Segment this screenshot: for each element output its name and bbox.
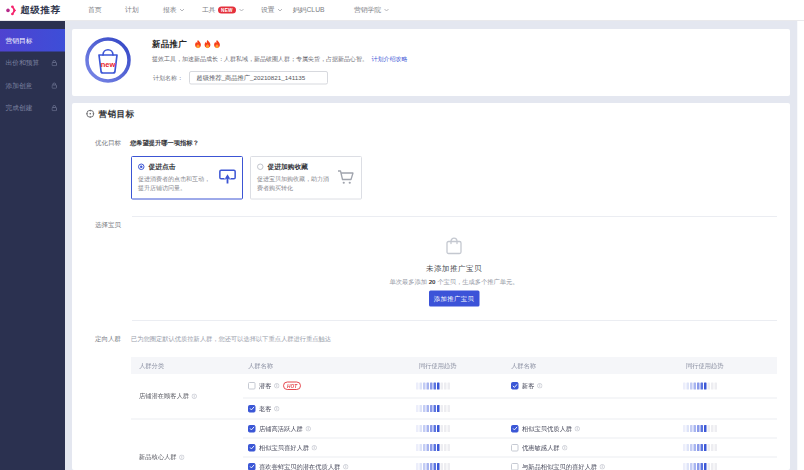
audience-category-wrap: 店铺潜在顾客人群 bbox=[139, 392, 243, 401]
audience-checkbox[interactable] bbox=[248, 463, 256, 470]
trend-bar bbox=[701, 382, 703, 389]
trend-bar bbox=[441, 382, 443, 389]
trend-bars bbox=[416, 444, 506, 451]
nav-item-label: 首页 bbox=[88, 6, 102, 15]
goal-option-2[interactable]: 促进加购收藏促进宝贝加购收藏，助力消费者购买转化 bbox=[250, 156, 362, 200]
nav-item-label: 计划 bbox=[125, 6, 139, 15]
trend-bar bbox=[711, 425, 713, 432]
sidebar-step-4[interactable]: 完成创建 bbox=[0, 97, 65, 120]
audience-item-label: 喜欢尝鲜宝贝的潜在优质人群 bbox=[259, 462, 340, 470]
sidebar-step-3[interactable]: 添加创意 bbox=[0, 74, 65, 97]
trend-bar bbox=[420, 405, 422, 412]
audience-info bbox=[575, 426, 581, 432]
bag-icon bbox=[446, 236, 463, 255]
sidebar-step-2[interactable]: 出价和预算 bbox=[0, 52, 65, 75]
sidebar-step-lock bbox=[52, 105, 58, 112]
audience-checkbox[interactable] bbox=[511, 382, 519, 390]
trend-bar bbox=[423, 405, 425, 412]
audience-cell: 相似宝贝优质人群 bbox=[506, 419, 678, 438]
audience-checkbox[interactable] bbox=[248, 382, 256, 390]
plan-name-input[interactable] bbox=[189, 71, 328, 85]
trend-bar bbox=[427, 405, 429, 412]
audience-item: 新客 bbox=[511, 382, 678, 391]
sidebar-step-lock bbox=[52, 82, 58, 89]
hint-suffix: 个宝贝，生成多个推广单元。 bbox=[436, 278, 519, 285]
empty-products-title: 未添加推广宝贝 bbox=[131, 264, 777, 274]
audience-checkbox[interactable] bbox=[511, 425, 519, 433]
audience-category: 新品核心人群 bbox=[131, 419, 243, 470]
add-products-button[interactable]: 添加推广宝贝 bbox=[429, 291, 480, 307]
trend-bar bbox=[437, 382, 439, 389]
sidebar-step-label: 完成创建 bbox=[6, 103, 33, 112]
audience-row: 店铺潜在顾客人群潜客HOT新客 bbox=[131, 374, 777, 398]
audience-checkbox[interactable] bbox=[511, 444, 519, 452]
trend-cell bbox=[678, 457, 777, 470]
audience-checkbox[interactable] bbox=[248, 405, 256, 413]
goal-radio[interactable] bbox=[257, 163, 264, 170]
audience-cell: 优惠敏感人群 bbox=[506, 438, 678, 457]
audience-item-label: 新客 bbox=[522, 382, 535, 391]
chevron-down-icon bbox=[239, 9, 244, 12]
trend-bar bbox=[683, 425, 685, 432]
info-icon bbox=[343, 464, 349, 470]
trend-bar bbox=[711, 463, 713, 470]
audience-item: 潜客HOT bbox=[248, 381, 411, 390]
audience-item-label: 店铺高活跃人群 bbox=[259, 424, 303, 433]
info-icon bbox=[192, 394, 198, 400]
nav-item-4[interactable]: 工具NEW bbox=[202, 0, 244, 20]
check-icon bbox=[249, 446, 254, 450]
sidebar-step-label: 出价和预算 bbox=[6, 58, 40, 67]
goal-radio[interactable] bbox=[138, 163, 145, 170]
info-icon bbox=[562, 445, 568, 451]
trend-bars bbox=[416, 425, 506, 432]
empty-products-hint: 单次最多添加 20 个宝贝，生成多个推广单元。 bbox=[131, 278, 777, 287]
trend-bar bbox=[420, 425, 422, 432]
trend-bar bbox=[434, 425, 436, 432]
trend-bar bbox=[416, 405, 418, 412]
trend-cell bbox=[411, 419, 506, 438]
trend-bar bbox=[434, 405, 436, 412]
goal-option-cards: 促进点击促进消费者的点击和互动，提升店铺访问量。促进加购收藏促进宝贝加购收藏，助… bbox=[131, 156, 362, 200]
audience-item-label: 潜客 bbox=[259, 382, 272, 391]
audience-category: 店铺潜在顾客人群 bbox=[131, 374, 243, 419]
trend-cell bbox=[678, 374, 777, 398]
audience-info bbox=[600, 464, 606, 470]
info-icon bbox=[312, 445, 318, 451]
chevron-down-icon bbox=[384, 9, 389, 12]
nav-item-6[interactable]: 妈妈CLUB bbox=[293, 0, 325, 20]
audience-info bbox=[562, 445, 568, 451]
scrollbar-track[interactable] bbox=[798, 0, 804, 470]
nav-item-7[interactable]: 营销学院 bbox=[354, 0, 389, 20]
trend-bar bbox=[444, 425, 446, 432]
trend-bar bbox=[423, 382, 425, 389]
trend-bar bbox=[683, 444, 685, 451]
goal-option-1[interactable]: 促进点击促进消费者的点击和互动，提升店铺访问量。 bbox=[131, 156, 243, 200]
goal-option-desc: 促进宝贝加购收藏，助力消费者购买转化 bbox=[257, 174, 333, 192]
goal-option-desc: 促进消费者的点击和互动，提升店铺访问量。 bbox=[138, 174, 214, 192]
audience-info bbox=[305, 426, 311, 432]
chevron-down-icon bbox=[278, 9, 283, 12]
nav-item-5[interactable]: 设置 bbox=[261, 0, 283, 20]
audience-checkbox[interactable] bbox=[248, 444, 256, 452]
intro-guide-link[interactable]: 计划介绍攻略 bbox=[372, 56, 408, 63]
trend-cell bbox=[678, 398, 777, 419]
audience-checkbox[interactable] bbox=[248, 425, 256, 433]
audience-checkbox[interactable] bbox=[511, 463, 519, 470]
nav-item-2[interactable]: 计划 bbox=[125, 0, 139, 20]
nav-item-1[interactable]: 首页 bbox=[88, 0, 102, 20]
trend-bars bbox=[416, 405, 506, 412]
audience-item: 相似宝贝优质人群 bbox=[511, 424, 678, 433]
nav-item-3[interactable]: 报表 bbox=[163, 0, 185, 20]
trend-bar bbox=[704, 444, 706, 451]
trend-cell bbox=[411, 374, 506, 398]
audience-col-header: 同行使用趋势 bbox=[678, 357, 777, 374]
audience-table-head: 人群分类人群名称同行使用趋势人群名称同行使用趋势 bbox=[131, 357, 777, 374]
audience-col-header: 人群名称 bbox=[243, 357, 411, 374]
nav-caret bbox=[180, 9, 185, 12]
nav-item-label: 营销学院 bbox=[354, 6, 381, 15]
sidebar-step-1[interactable]: 营销目标 bbox=[0, 29, 65, 52]
audience-table: 人群分类人群名称同行使用趋势人群名称同行使用趋势 店铺潜在顾客人群潜客HOT新客… bbox=[131, 357, 777, 470]
lock-icon bbox=[52, 82, 58, 89]
empty-products-block: 未添加推广宝贝 单次最多添加 20 个宝贝，生成多个推广单元。 添加推广宝贝 bbox=[131, 236, 777, 307]
trend-bar bbox=[687, 463, 689, 470]
